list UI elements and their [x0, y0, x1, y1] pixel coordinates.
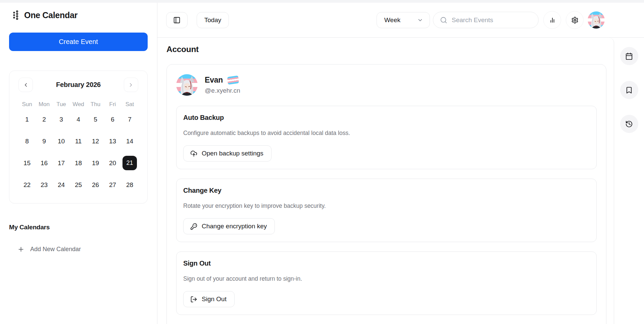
profile-avatar [176, 74, 198, 96]
bar-chart-icon [549, 16, 556, 24]
selected-day: 21 [122, 156, 137, 170]
mini-calendar-day[interactable]: 7 [121, 108, 138, 130]
view-select[interactable]: Week [377, 12, 430, 28]
settings-gear-icon [571, 16, 579, 24]
plus-icon [17, 246, 24, 253]
profile-name-row: Evan [205, 76, 240, 85]
mini-calendar-day[interactable]: 17 [53, 152, 70, 174]
mini-calendar-nav: February 2026 [18, 78, 138, 92]
mini-calendar-day[interactable]: 27 [104, 174, 121, 196]
mini-calendar-day[interactable]: 15 [18, 152, 36, 174]
weekday-label: Sun [18, 101, 36, 108]
mini-calendar-day[interactable]: 26 [87, 174, 104, 196]
right-column: Today Week Account [157, 3, 644, 324]
one-calendar-app: One Calendar Create Event February 2026 … [0, 3, 644, 324]
today-button[interactable]: Today [197, 12, 229, 28]
cloud-upload-icon [190, 150, 197, 157]
app-title: One Calendar [24, 10, 78, 20]
logo-row: One Calendar [9, 10, 148, 20]
mini-calendar-day[interactable]: 2 [36, 108, 53, 130]
history-rail-button[interactable] [620, 115, 638, 133]
calendar-rail-button[interactable] [620, 47, 638, 65]
my-calendars-heading: My Calendars [9, 224, 148, 231]
bookmark-icon [625, 86, 633, 94]
mini-calendar: February 2026 SunMonTueWedThuFriSat 1234… [9, 71, 148, 203]
top-bar: Today Week [157, 3, 644, 38]
section-title: Auto Backup [183, 114, 590, 122]
mini-calendar-day[interactable]: 20 [104, 152, 121, 174]
profile-name: Evan [205, 76, 223, 85]
month-label: February 2026 [56, 81, 101, 89]
mini-calendar-day[interactable]: 16 [36, 152, 53, 174]
app-logo-icon [12, 10, 19, 20]
search-events-input[interactable] [452, 16, 538, 24]
mini-calendar-day[interactable]: 11 [70, 130, 87, 152]
prev-month-button[interactable] [18, 78, 33, 92]
mini-calendar-day[interactable]: 9 [36, 130, 53, 152]
weekday-label: Thu [87, 101, 104, 108]
mini-calendar-day[interactable]: 13 [104, 130, 121, 152]
section-title: Sign Out [183, 260, 590, 267]
mini-calendar-day[interactable]: 4 [70, 108, 87, 130]
sidebar-toggle-button[interactable] [166, 12, 188, 28]
mini-calendar-grid: 1234567891011121314151617181920212223242… [18, 108, 138, 196]
mini-calendar-day[interactable]: 8 [18, 130, 36, 152]
mini-calendar-day[interactable]: 6 [104, 108, 121, 130]
next-month-button[interactable] [124, 78, 138, 92]
user-avatar[interactable] [588, 11, 605, 29]
history-icon [625, 120, 633, 128]
section-action-button[interactable]: Sign Out [183, 291, 235, 307]
profile-row: Evan @e.xyehr.cn [176, 74, 597, 96]
section-description: Rotate your encryption key to improve ba… [183, 202, 590, 210]
section-action-label: Open backup settings [202, 150, 263, 157]
mini-calendar-day[interactable]: 1 [18, 108, 36, 130]
weekday-label: Mon [36, 101, 53, 108]
weekday-label: Sat [121, 101, 138, 108]
account-card: Evan @e.xyehr.cn Auto Backup Configure a… [166, 64, 606, 324]
mini-calendar-day[interactable]: 24 [53, 174, 70, 196]
settings-sections: Auto Backup Configure automatic backups … [176, 106, 597, 315]
right-icon-rail [614, 38, 644, 324]
chevron-right-icon [128, 82, 134, 88]
mini-calendar-day[interactable]: 10 [53, 130, 70, 152]
window-top-strip [0, 0, 644, 3]
key-icon [190, 223, 197, 230]
chevron-down-icon [417, 17, 423, 23]
profile-handle: @e.xyehr.cn [205, 87, 240, 94]
panel-left-icon [173, 16, 181, 24]
mini-calendar-day[interactable]: 22 [18, 174, 36, 196]
mini-calendar-day[interactable]: 18 [70, 152, 87, 174]
analytics-button[interactable] [543, 11, 561, 29]
sidebar: One Calendar Create Event February 2026 … [0, 3, 157, 324]
mini-calendar-day[interactable]: 25 [70, 174, 87, 196]
section-action-label: Sign Out [202, 295, 227, 303]
mini-calendar-day[interactable]: 28 [121, 174, 138, 196]
search-icon [440, 16, 447, 24]
settings-section-card: Sign Out Sign out of your account and re… [176, 251, 597, 315]
mini-calendar-day[interactable]: 23 [36, 174, 53, 196]
section-title: Change Key [183, 187, 590, 194]
mini-calendar-day[interactable]: 19 [87, 152, 104, 174]
create-event-button[interactable]: Create Event [9, 33, 148, 51]
mini-calendar-day[interactable]: 21 [121, 152, 138, 174]
settings-button[interactable] [566, 11, 584, 29]
logout-icon [190, 296, 197, 303]
bookmark-rail-button[interactable] [620, 81, 638, 99]
settings-section-card: Auto Backup Configure automatic backups … [176, 106, 597, 169]
section-action-button[interactable]: Open backup settings [183, 145, 271, 161]
chevron-left-icon [23, 82, 29, 88]
mini-calendar-day[interactable]: 5 [87, 108, 104, 130]
profile-text: Evan @e.xyehr.cn [205, 76, 240, 94]
add-new-calendar-label: Add New Calendar [30, 246, 81, 253]
search-events-box [433, 12, 539, 28]
section-action-label: Change encryption key [202, 223, 267, 230]
content-row: Account Evan @e.xyehr.cn Auto Backu [157, 38, 644, 324]
weekday-header-row: SunMonTueWedThuFriSat [18, 101, 138, 108]
calendar-icon [625, 52, 633, 60]
mini-calendar-day[interactable]: 12 [87, 130, 104, 152]
section-action-button[interactable]: Change encryption key [183, 218, 275, 234]
mini-calendar-day[interactable]: 3 [53, 108, 70, 130]
mini-calendar-day[interactable]: 14 [121, 130, 138, 152]
add-new-calendar-button[interactable]: Add New Calendar [9, 246, 148, 253]
settings-section-card: Change Key Rotate your encryption key to… [176, 179, 597, 242]
